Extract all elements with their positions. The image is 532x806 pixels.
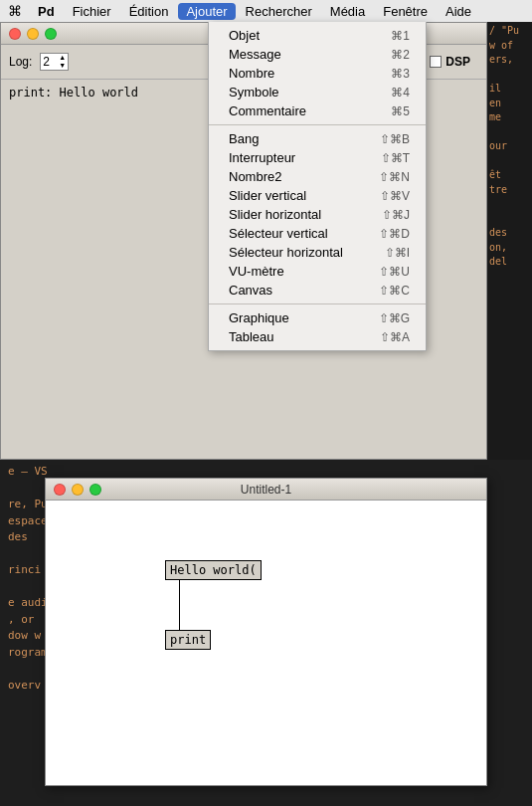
menu-item-tableau-label: Tableau [229, 329, 274, 344]
menu-item-selecteur-vertical-shortcut: ⇧⌘D [379, 227, 410, 241]
menu-rechercher[interactable]: Rechercher [238, 3, 320, 20]
log-up-arrow[interactable]: ▲ [59, 54, 66, 62]
log-arrows[interactable]: ▲ ▼ [59, 54, 66, 70]
menu-item-symbole-label: Symbole [229, 85, 279, 100]
menu-item-nombre-shortcut: ⌘3 [391, 67, 410, 81]
menu-item-bang-shortcut: ⇧⌘B [380, 132, 410, 146]
menu-sep-2 [209, 303, 426, 304]
menu-item-nombre2-shortcut: ⇧⌘N [379, 170, 410, 184]
menu-item-slider-vertical-shortcut: ⇧⌘V [380, 189, 410, 203]
menu-item-interrupteur-label: Interrupteur [229, 150, 295, 165]
dsp-control: DSP [430, 55, 470, 69]
menu-item-canvas-shortcut: ⇧⌘C [379, 284, 410, 298]
dsp-checkbox[interactable] [430, 56, 442, 68]
log-value: 2 [43, 55, 57, 69]
menu-aide[interactable]: Aide [438, 3, 479, 20]
menu-item-graphique-label: Graphique [229, 310, 289, 325]
menu-item-canvas[interactable]: Canvas ⇧⌘C [209, 281, 426, 300]
menu-item-graphique[interactable]: Graphique ⇧⌘G [209, 308, 426, 327]
untitled-titlebar: Untitled-1 [46, 479, 486, 501]
menu-item-tableau[interactable]: Tableau ⇧⌘A [209, 327, 426, 346]
menu-item-vu-metre-label: VU-mètre [229, 264, 284, 279]
menu-item-bang-label: Bang [229, 131, 259, 146]
untitled-body[interactable]: Hello world( print [46, 501, 486, 785]
menu-item-commentaire-shortcut: ⌘5 [391, 104, 410, 118]
menu-item-selecteur-vertical-label: Sélecteur vertical [229, 226, 328, 241]
menu-item-vu-metre[interactable]: VU-mètre ⇧⌘U [209, 262, 426, 281]
log-spinner[interactable]: 2 ▲ ▼ [40, 53, 69, 71]
menu-item-selecteur-horizontal-label: Sélecteur horizontal [229, 245, 343, 260]
menu-item-nombre2[interactable]: Nombre2 ⇧⌘N [209, 167, 426, 186]
minimize-button[interactable] [27, 28, 39, 40]
maximize-button[interactable] [45, 28, 57, 40]
menu-item-nombre[interactable]: Nombre ⌘3 [209, 64, 426, 83]
log-down-arrow[interactable]: ▼ [59, 62, 66, 70]
close-button[interactable] [9, 28, 21, 40]
menu-fichier[interactable]: Fichier [65, 3, 119, 20]
untitled-maximize-button[interactable] [89, 484, 101, 496]
menu-item-selecteur-horizontal-shortcut: ⇧⌘I [385, 246, 410, 260]
menu-item-selecteur-vertical[interactable]: Sélecteur vertical ⇧⌘D [209, 224, 426, 243]
menu-item-slider-horizontal-shortcut: ⇧⌘J [382, 208, 410, 222]
menu-item-commentaire[interactable]: Commentaire ⌘5 [209, 101, 426, 120]
menu-item-vu-metre-shortcut: ⇧⌘U [379, 265, 410, 279]
menu-item-tableau-shortcut: ⇧⌘A [380, 330, 410, 344]
pd-print-object[interactable]: print [165, 630, 211, 650]
menu-item-graphique-shortcut: ⇧⌘G [379, 311, 410, 325]
menu-item-nombre-label: Nombre [229, 66, 274, 81]
menu-item-nombre2-label: Nombre2 [229, 169, 281, 184]
log-label: Log: [9, 55, 32, 69]
menu-item-symbole[interactable]: Symbole ⌘4 [209, 83, 426, 101]
console-text: print: Hello world [9, 86, 138, 100]
pd-message-label: Hello world( [170, 563, 257, 577]
untitled-minimize-button[interactable] [72, 484, 84, 496]
untitled-close-button[interactable] [54, 484, 66, 496]
menu-pd[interactable]: Pd [30, 3, 63, 20]
menu-item-message-shortcut: ⌘2 [391, 48, 410, 62]
untitled-title: Untitled-1 [241, 483, 291, 497]
menu-bar: ⌘ Pd Fichier Édition Ajouter Rechercher … [0, 0, 532, 22]
dsp-label: DSP [445, 55, 470, 69]
menu-item-slider-horizontal[interactable]: Slider horizontal ⇧⌘J [209, 205, 426, 224]
pd-message-object[interactable]: Hello world( [165, 560, 262, 580]
pd-print-label: print [170, 633, 206, 647]
menu-item-message-label: Message [229, 47, 281, 62]
menu-edition[interactable]: Édition [121, 3, 177, 20]
menu-item-selecteur-horizontal[interactable]: Sélecteur horizontal ⇧⌘I [209, 243, 426, 262]
apple-menu[interactable]: ⌘ [8, 3, 22, 19]
menu-item-slider-horizontal-label: Slider horizontal [229, 207, 321, 222]
menu-item-objet-label: Objet [229, 28, 260, 43]
menu-fenetre[interactable]: Fenêtre [375, 3, 436, 20]
menu-item-slider-vertical-label: Slider vertical [229, 188, 306, 203]
pd-wire [179, 580, 180, 630]
ajouter-dropdown[interactable]: Objet ⌘1 Message ⌘2 Nombre ⌘3 Symbole ⌘4… [208, 22, 427, 351]
menu-item-slider-vertical[interactable]: Slider vertical ⇧⌘V [209, 186, 426, 205]
menu-item-canvas-label: Canvas [229, 283, 272, 298]
menu-item-commentaire-label: Commentaire [229, 103, 306, 118]
menu-item-interrupteur-shortcut: ⇧⌘T [381, 151, 410, 165]
menu-media[interactable]: Média [322, 3, 373, 20]
menu-item-interrupteur[interactable]: Interrupteur ⇧⌘T [209, 148, 426, 167]
menu-sep-1 [209, 124, 426, 125]
menu-ajouter[interactable]: Ajouter [178, 3, 235, 20]
menu-item-objet[interactable]: Objet ⌘1 [209, 26, 426, 45]
right-panel-text: / "Puw ofers,ilenmeourêttredeson,del [487, 22, 532, 272]
menu-item-message[interactable]: Message ⌘2 [209, 45, 426, 64]
menu-item-bang[interactable]: Bang ⇧⌘B [209, 129, 426, 148]
menu-item-symbole-shortcut: ⌘4 [391, 86, 410, 100]
menu-item-objet-shortcut: ⌘1 [391, 29, 410, 43]
untitled-window: Untitled-1 Hello world( print [45, 478, 487, 786]
